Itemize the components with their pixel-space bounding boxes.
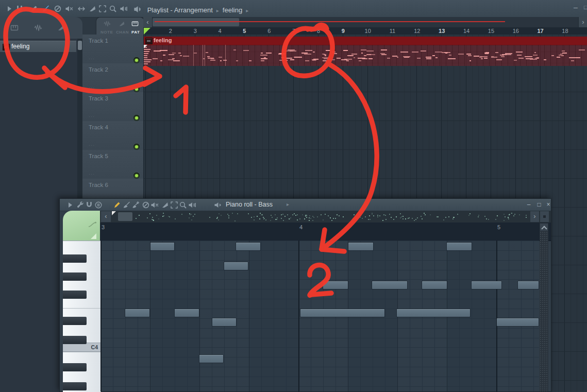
mute-icon[interactable] — [65, 5, 73, 13]
tab-note-icon[interactable] — [104, 20, 111, 27]
track-menu-dots[interactable]: ... — [89, 54, 95, 60]
midi-note[interactable] — [497, 318, 539, 326]
playlist-timeline-ruler[interactable]: 23456789101112131415161718 — [143, 27, 587, 35]
tab-pat[interactable]: PAT — [131, 30, 140, 35]
piano-roll-minimap[interactable]: ‹ › — [100, 211, 551, 223]
mute-icon[interactable] — [150, 201, 159, 209]
black-key[interactable] — [63, 254, 87, 263]
picker-tab-piano-icon[interactable] — [10, 24, 19, 32]
pencil-icon[interactable] — [30, 5, 38, 13]
piano-roll-timeline-ruler[interactable]: 345 — [100, 223, 551, 241]
play-icon[interactable] — [66, 201, 74, 209]
track-mute-led[interactable] — [133, 57, 140, 63]
piano-roll-titlebar[interactable]: Piano roll - Bass ▸ – □ × — [60, 199, 551, 211]
close-button[interactable]: × — [544, 200, 552, 209]
midi-note[interactable] — [518, 281, 539, 289]
paint-brush-icon[interactable] — [122, 201, 130, 209]
playback-icon[interactable] — [120, 5, 128, 13]
track-menu-dots[interactable]: ... — [89, 112, 95, 118]
scrollbar-handle[interactable] — [78, 41, 82, 50]
piano-roll-title[interactable]: Piano roll - Bass — [226, 201, 273, 208]
tab-pat-icon[interactable] — [131, 20, 139, 27]
midi-note[interactable] — [212, 318, 236, 326]
playhead-marker[interactable] — [144, 28, 150, 35]
h-arrows-icon[interactable] — [77, 5, 86, 13]
select-icon[interactable] — [98, 5, 107, 13]
scroll-up-button[interactable] — [540, 223, 548, 231]
scroll-left-button[interactable]: ‹ — [143, 17, 153, 27]
pattern-item-feeling[interactable]: feeling — [0, 41, 76, 52]
tab-note[interactable]: NOTE — [100, 30, 113, 35]
midi-note[interactable] — [323, 281, 348, 289]
midi-note[interactable] — [447, 243, 472, 250]
track-header-1[interactable]: Track 1 ... — [82, 35, 143, 64]
no-entry-icon[interactable] — [54, 5, 62, 13]
picker-tab-waveform-icon[interactable] — [34, 24, 42, 32]
piano-keyboard[interactable]: C4 — [63, 241, 101, 392]
scroll-right-button[interactable]: › — [530, 211, 539, 222]
black-key[interactable] — [63, 336, 87, 344]
midi-note[interactable] — [422, 281, 447, 289]
piano-roll-corner-panel[interactable] — [63, 211, 100, 241]
midi-note[interactable] — [372, 281, 407, 289]
pencil-icon[interactable] — [113, 201, 121, 209]
chevron-right-icon[interactable]: ▸ — [287, 201, 289, 207]
menu-icon[interactable] — [94, 201, 103, 209]
track-menu-dots[interactable]: ... — [89, 169, 95, 176]
black-key[interactable] — [63, 382, 87, 390]
clip-note-preview[interactable] — [144, 45, 587, 66]
black-key[interactable] — [63, 291, 87, 299]
play-icon[interactable] — [5, 5, 13, 13]
tab-chan-icon[interactable] — [118, 20, 125, 27]
midi-note[interactable] — [397, 309, 470, 317]
midi-note[interactable] — [175, 309, 199, 317]
track-menu-dots[interactable]: ... — [89, 83, 95, 89]
midi-note[interactable] — [199, 355, 223, 363]
slide-icon[interactable] — [161, 201, 169, 209]
midi-note[interactable] — [472, 281, 501, 289]
track-mute-led[interactable] — [133, 115, 140, 121]
track-menu-dots[interactable]: ... — [89, 141, 95, 147]
scroll-right-button[interactable]: › — [578, 17, 587, 27]
track-mute-led[interactable] — [133, 86, 140, 92]
midi-note[interactable] — [348, 243, 373, 250]
playlist-h-scrollbar[interactable]: ‹ › — [143, 17, 587, 28]
picker-tab-slide-icon[interactable] — [57, 24, 65, 32]
clip-header[interactable]: feeling — [144, 37, 587, 45]
playback-icon[interactable] — [188, 201, 196, 209]
black-key[interactable] — [63, 272, 87, 281]
track-mute-led[interactable] — [133, 144, 140, 150]
midi-note[interactable] — [224, 262, 248, 270]
minimize-button[interactable]: – — [525, 200, 533, 209]
zoom-icon[interactable] — [179, 201, 187, 209]
midi-note[interactable] — [150, 243, 174, 250]
pattern-clip-feeling[interactable]: feeling — [144, 37, 587, 66]
midi-note[interactable] — [125, 309, 149, 317]
track-header-4[interactable]: Track 4 ... — [82, 121, 143, 150]
paint-brush-plus-icon[interactable] — [131, 201, 140, 209]
zoom-icon[interactable] — [109, 5, 117, 13]
piano-roll-grid[interactable] — [100, 241, 539, 391]
no-entry-icon[interactable] — [142, 201, 150, 209]
track-header-5[interactable]: Track 5 ... — [82, 150, 143, 179]
breadcrumb-pattern[interactable]: feeling — [223, 6, 242, 14]
black-key[interactable] — [63, 363, 87, 371]
magnet-icon[interactable] — [85, 201, 93, 209]
minimize-button[interactable]: – — [574, 3, 578, 11]
tab-chan[interactable]: CHAN — [116, 30, 129, 35]
black-key[interactable] — [63, 317, 87, 325]
piano-roll-v-scrollbar[interactable] — [540, 231, 548, 391]
track-header-2[interactable]: Track 2 ... — [82, 63, 143, 93]
scrollbar-handle[interactable] — [153, 18, 239, 26]
paint-brush-icon[interactable] — [41, 5, 49, 13]
maximize-button[interactable]: □ — [584, 4, 587, 10]
select-icon[interactable] — [170, 201, 178, 209]
track-mute-led[interactable] — [133, 173, 140, 179]
wrench-icon[interactable] — [76, 201, 85, 209]
slide-icon[interactable] — [88, 5, 96, 13]
picker-category-tabs[interactable] — [0, 17, 82, 39]
breadcrumb-playlist[interactable]: Playlist - Arrangement — [147, 6, 213, 14]
scroll-left-button[interactable]: ‹ — [101, 211, 111, 222]
minimap-stop-button[interactable] — [540, 211, 549, 222]
scrollbar-handle[interactable] — [118, 212, 132, 221]
